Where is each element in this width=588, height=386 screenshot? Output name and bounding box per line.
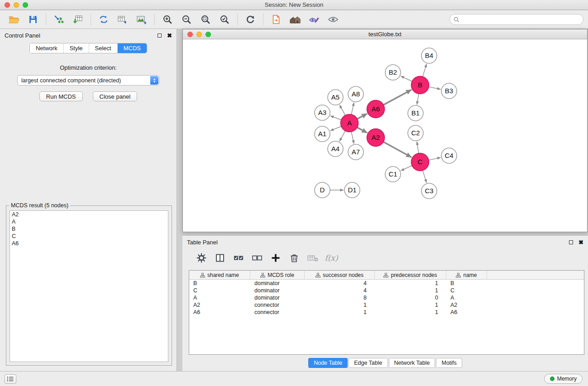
result-item[interactable]: B	[10, 225, 168, 233]
delete-column-button[interactable]	[287, 251, 301, 265]
save-session-button[interactable]	[24, 12, 43, 27]
home-button[interactable]	[286, 12, 305, 27]
tab-node-table[interactable]: Node Table	[308, 358, 348, 368]
close-window-button[interactable]	[5, 2, 10, 8]
node-C3[interactable]: C3	[421, 183, 437, 199]
node-C4[interactable]: C4	[441, 148, 457, 163]
tab-select[interactable]: Select	[89, 43, 118, 53]
node-A2[interactable]: A2	[367, 129, 385, 147]
edge-A-A4[interactable]	[339, 131, 345, 141]
table-settings-button[interactable]	[194, 251, 209, 265]
network-close-button[interactable]	[187, 32, 193, 37]
network-zoom-button[interactable]	[206, 32, 211, 37]
close-table-panel-icon[interactable]: ✖	[578, 239, 583, 245]
edge-A6-B[interactable]	[383, 90, 411, 105]
column-header[interactable]: MCDS role	[250, 271, 305, 280]
apply-layout-button[interactable]	[241, 12, 260, 27]
edge-A-A7[interactable]	[351, 132, 354, 143]
edge-B-B2[interactable]	[401, 76, 412, 81]
edge-A-A3[interactable]	[330, 116, 341, 120]
mcds-result-list[interactable]: A2ABCA6	[10, 210, 168, 362]
network-minimize-button[interactable]	[196, 32, 202, 37]
export-image-button[interactable]	[132, 12, 151, 27]
select-all-button[interactable]	[231, 251, 246, 265]
zoom-selected-button[interactable]	[215, 12, 234, 27]
task-history-button[interactable]	[5, 374, 16, 384]
node-A3[interactable]: A3	[315, 105, 330, 120]
table-row[interactable]: Cdominator41C	[189, 287, 584, 294]
import-table-button[interactable]	[68, 12, 87, 27]
edge-A-A6[interactable]	[357, 114, 367, 119]
edge-A-A1[interactable]	[330, 126, 341, 131]
node-C2[interactable]: C2	[408, 125, 423, 141]
result-item[interactable]: A	[10, 218, 168, 225]
result-item[interactable]: C	[10, 233, 168, 240]
result-item[interactable]: A2	[10, 211, 168, 218]
run-mcds-button[interactable]: Run MCDS	[39, 91, 83, 101]
column-header[interactable]: successor nodes	[305, 271, 375, 280]
close-panel-icon[interactable]: ✖	[167, 33, 172, 38]
table-row[interactable]: A6connector11A6	[189, 309, 584, 316]
edge-A-A2[interactable]	[357, 127, 367, 133]
edge-A-A8[interactable]	[351, 103, 354, 114]
node-A4[interactable]: A4	[328, 141, 343, 157]
toolbar-search-field[interactable]	[449, 14, 583, 25]
node-A7[interactable]: A7	[348, 144, 363, 160]
tab-mcds[interactable]: MCDS	[118, 43, 147, 53]
annotations-button[interactable]	[305, 12, 324, 27]
table-row[interactable]: Bdominator41B	[189, 280, 584, 287]
node-B3[interactable]: B3	[441, 83, 457, 99]
edge-B-B3[interactable]	[429, 87, 440, 89]
function-builder-button[interactable]: f(x)	[324, 251, 339, 265]
edge-A-A5[interactable]	[339, 105, 345, 115]
zoom-in-button[interactable]	[158, 12, 177, 27]
criterion-dropdown[interactable]: largest connected component (directed) ▲…	[17, 75, 159, 86]
column-header[interactable]: predecessor nodes	[375, 271, 446, 280]
node-B2[interactable]: B2	[385, 65, 401, 80]
delete-table-button[interactable]	[306, 251, 320, 265]
export-table-button[interactable]	[113, 12, 132, 27]
open-session-button[interactable]	[5, 12, 24, 27]
import-network-button[interactable]	[49, 12, 68, 27]
show-columns-button[interactable]	[213, 251, 227, 265]
table-row[interactable]: A2connector11A2	[189, 301, 584, 309]
edge-A2-C[interactable]	[383, 142, 411, 157]
column-header[interactable]: name	[446, 271, 487, 280]
zoom-fit-button[interactable]	[196, 12, 215, 27]
node-table[interactable]: shared nameMCDS rolesuccessor nodesprede…	[189, 270, 584, 355]
search-input[interactable]	[462, 16, 579, 23]
tab-style[interactable]: Style	[64, 43, 89, 53]
new-network-button[interactable]	[94, 12, 113, 27]
float-table-panel-icon[interactable]	[569, 240, 573, 244]
network-canvas[interactable]: B4B2BB3A5A8A6A3B1AA1C2A2A4A7C4CC1DD1C3	[183, 40, 587, 232]
edge-B-B4[interactable]	[423, 64, 427, 76]
tab-motifs[interactable]: Motifs	[436, 358, 462, 368]
ndex-import-button[interactable]	[267, 12, 286, 27]
edge-C-C2[interactable]	[417, 142, 419, 153]
node-A1[interactable]: A1	[315, 126, 330, 142]
close-panel-button[interactable]: Close panel	[93, 91, 138, 101]
add-column-button[interactable]	[268, 251, 283, 265]
node-C1[interactable]: C1	[385, 167, 401, 182]
network-window-titlebar[interactable]: testGlobe.txt	[183, 29, 587, 39]
deselect-all-button[interactable]	[250, 251, 264, 265]
node-A6[interactable]: A6	[367, 100, 385, 118]
tab-edge-table[interactable]: Edge Table	[349, 358, 387, 368]
node-D1[interactable]: D1	[344, 182, 360, 198]
node-B4[interactable]: B4	[421, 48, 437, 63]
zoom-window-button[interactable]	[23, 2, 28, 8]
edge-C-C1[interactable]	[401, 166, 412, 171]
column-header[interactable]: shared name	[189, 271, 250, 280]
node-B1[interactable]: B1	[408, 105, 423, 121]
node-D[interactable]: D	[315, 182, 330, 198]
node-C[interactable]: C	[411, 153, 429, 171]
node-A[interactable]: A	[341, 114, 359, 132]
minimize-window-button[interactable]	[14, 2, 19, 8]
tab-network[interactable]: Network	[30, 43, 64, 53]
node-A5[interactable]: A5	[328, 90, 343, 105]
edge-B-B1[interactable]	[417, 94, 419, 105]
node-B[interactable]: B	[411, 76, 429, 94]
show-view-button[interactable]	[324, 12, 343, 27]
float-panel-icon[interactable]	[158, 33, 162, 38]
edge-C-C4[interactable]	[429, 157, 440, 160]
